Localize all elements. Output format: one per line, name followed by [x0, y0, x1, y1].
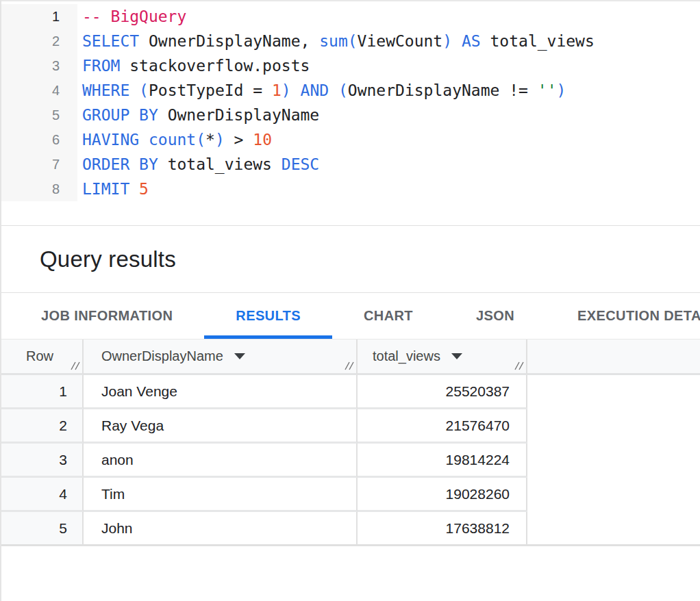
code-text: WHERE (PostTypeId = 1) AND (OwnerDisplay… [77, 78, 566, 103]
table-row: 1Joan Venge25520387 [1, 375, 700, 409]
sql-token-kw: ( [139, 81, 149, 99]
row-filler-cell [527, 512, 700, 544]
sql-token-id: OwnerDisplayName != [348, 81, 538, 99]
owner-display-name-cell: John [84, 512, 358, 544]
sql-token-kw: sum( [319, 32, 357, 50]
row-filler-cell [527, 409, 700, 444]
sql-token-id: > [225, 131, 253, 149]
row-number-cell: 2 [1, 409, 84, 444]
tab-chart[interactable]: CHART [332, 293, 445, 339]
row-filler-cell [527, 478, 700, 512]
column-header-label: Row [26, 348, 53, 364]
bigquery-results-panel: 1-- BigQuery2SELECT OwnerDisplayName, su… [0, 0, 700, 601]
column-resize-handle-icon[interactable] [344, 361, 354, 371]
sql-editor[interactable]: 1-- BigQuery2SELECT OwnerDisplayName, su… [1, 0, 700, 226]
tab-json[interactable]: JSON [445, 293, 546, 339]
line-number: 4 [1, 78, 77, 103]
sql-token-kw: HAVING [82, 131, 139, 149]
tab-execution-details[interactable]: EXECUTION DETAILS [546, 293, 700, 339]
line-number: 3 [1, 53, 77, 78]
tab-job-information[interactable]: JOB INFORMATION [10, 293, 204, 339]
page-title: Query results [40, 246, 176, 272]
column-header-label: OwnerDisplayName [101, 348, 223, 364]
sql-token-kw: count( [149, 131, 205, 149]
tab-label: JSON [476, 308, 514, 324]
code-line: 1-- BigQuery [1, 4, 700, 29]
total-views-cell: 19814224 [358, 444, 527, 478]
table-header-row: RowOwnerDisplayNametotal_views [1, 340, 700, 375]
code-lines: 1-- BigQuery2SELECT OwnerDisplayName, su… [1, 1, 700, 201]
sql-token-comment: -- BigQuery [82, 8, 186, 25]
total-views-cell: 19028260 [358, 478, 527, 512]
sql-token-id: total_views [481, 32, 595, 50]
tab-label: RESULTS [236, 308, 301, 324]
total-views-cell: 25520387 [358, 375, 527, 409]
sql-token-kw: ( [338, 81, 348, 99]
code-line: 4WHERE (PostTypeId = 1) AND (OwnerDispla… [1, 78, 700, 103]
sql-token-kw: FROM [82, 57, 120, 75]
sql-token-kw: AS [462, 32, 481, 50]
sql-token-id [452, 32, 462, 50]
code-line: 7ORDER BY total_views DESC [1, 152, 700, 177]
results-table: RowOwnerDisplayNametotal_views 1Joan Ven… [1, 340, 700, 546]
sql-token-num: 1 [272, 81, 282, 99]
code-text: ORDER BY total_views DESC [77, 152, 319, 177]
column-header-label: total_views [373, 348, 440, 364]
column-header-ownerdisplayname: OwnerDisplayName [84, 340, 358, 375]
owner-display-name-cell: Ray Vega [84, 409, 358, 444]
row-filler-cell [527, 444, 700, 478]
column-menu-caret-icon[interactable] [234, 353, 245, 359]
owner-display-name-cell: Tim [84, 478, 358, 512]
row-filler-cell [527, 375, 700, 409]
row-number-cell: 4 [1, 478, 84, 512]
query-results-header: Query results [1, 226, 700, 293]
column-menu-caret-icon[interactable] [451, 353, 462, 359]
code-text: -- BigQuery [77, 4, 186, 29]
table-body: 1Joan Venge255203872Ray Vega215764703ano… [1, 375, 700, 546]
sql-token-id: stackoverflow.posts [120, 57, 310, 75]
row-number-cell: 5 [1, 512, 84, 544]
sql-token-id: * [205, 131, 215, 149]
owner-display-name-cell: anon [84, 444, 358, 478]
sql-token-kw: SELECT [82, 32, 139, 50]
column-resize-handle-icon[interactable] [514, 361, 524, 371]
sql-token-kw: ORDER BY [82, 155, 158, 173]
row-number-cell: 1 [1, 375, 84, 409]
sql-token-kw: ) [556, 81, 566, 99]
code-line: 6HAVING count(*) > 10 [1, 127, 700, 152]
sql-token-str: '' [538, 81, 557, 99]
code-line: 5GROUP BY OwnerDisplayName [1, 103, 700, 127]
column-resize-handle-icon[interactable] [70, 361, 80, 371]
sql-token-id: total_views [158, 155, 282, 173]
row-number-cell: 3 [1, 444, 84, 478]
table-row: 4Tim19028260 [1, 478, 700, 512]
total-views-cell: 21576470 [358, 409, 527, 444]
sql-token-id [129, 180, 139, 198]
line-number: 1 [1, 4, 77, 29]
sql-token-kw: ) [215, 131, 225, 149]
sql-token-id [129, 81, 139, 99]
code-line: 2SELECT OwnerDisplayName, sum(ViewCount)… [1, 29, 700, 53]
header-filler-cell [527, 340, 700, 375]
column-header-row: Row [1, 340, 84, 375]
line-number: 7 [1, 152, 77, 177]
code-line: 3FROM stackoverflow.posts [1, 53, 700, 78]
code-text: GROUP BY OwnerDisplayName [77, 103, 319, 127]
code-text: FROM stackoverflow.posts [77, 53, 310, 78]
code-text: LIMIT 5 [77, 177, 149, 201]
line-number: 5 [1, 103, 77, 127]
sql-token-kw: AND [301, 81, 329, 99]
tab-results[interactable]: RESULTS [204, 293, 332, 339]
total-views-cell: 17638812 [358, 512, 527, 544]
tab-label: CHART [364, 308, 413, 324]
sql-token-kw: GROUP BY [82, 106, 158, 124]
sql-token-kw: WHERE [82, 81, 129, 99]
column-header-total_views: total_views [358, 340, 527, 375]
line-number: 2 [1, 29, 77, 53]
owner-display-name-cell: Joan Venge [84, 375, 358, 409]
line-number: 6 [1, 127, 77, 152]
tab-label: JOB INFORMATION [41, 308, 173, 324]
sql-token-id [329, 81, 338, 99]
code-line: 8LIMIT 5 [1, 177, 700, 201]
sql-token-id: PostTypeId = [149, 81, 272, 99]
